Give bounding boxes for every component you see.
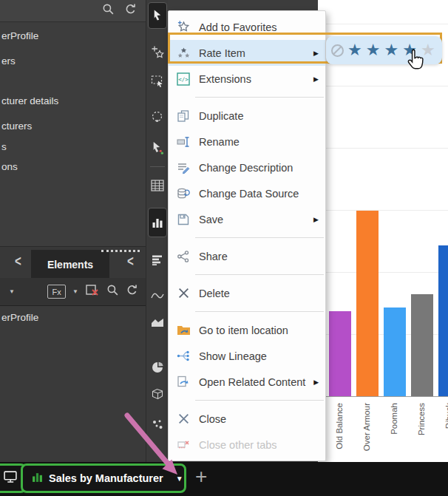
bar-princess [411,294,433,396]
menu-separator [195,311,324,312]
menu-separator [195,237,324,238]
menu-item-rename[interactable]: Rename [169,129,325,154]
lineage-icon [176,349,191,364]
menu-item-label: Duplicate [199,110,319,122]
elements-tab-label: Elements [47,259,93,271]
list-dropdown-icon[interactable]: ▼ [9,288,15,295]
rating-star-1[interactable]: ★ [347,43,362,58]
explorer-toolbar [0,0,146,22]
new-tab-button[interactable]: + [195,465,207,489]
scatter-chart-tool[interactable] [152,419,163,429]
cube-chart-tool[interactable] [151,388,163,401]
h-bar-chart-tool[interactable] [152,254,163,266]
x-axis-label: Old Balance [335,403,344,449]
menu-item-open-related-content[interactable]: Open Related Content▶ [169,369,325,395]
menu-item-add-to-favorites[interactable]: Add to Favorites [169,14,325,40]
explorer-item[interactable]: ons [1,161,18,172]
monitor-icon [4,471,18,486]
elements-list: erProfile [0,306,146,462]
refresh-icon[interactable] [126,284,138,299]
circle-slash-icon[interactable] [331,44,344,57]
menu-separator [195,400,324,401]
pointer-tool[interactable] [152,10,163,22]
table-tool[interactable] [151,180,164,191]
pie-chart-tool[interactable] [152,361,163,373]
gridline [318,148,448,149]
submenu-arrow-icon: ▶ [313,75,319,83]
bar-over-armour [356,211,379,396]
refresh-icon[interactable] [124,3,137,18]
area-chart-tool[interactable] [151,317,164,327]
tab-elements[interactable]: Elements [31,250,109,279]
tab-sales-by-manufacturer[interactable]: Sales by Manufacturer ▼ [21,463,186,493]
collapse-right-icon[interactable]: < [127,252,134,268]
bar-chart-icon [32,472,43,486]
explorer-item[interactable]: ers [1,55,16,67]
rate-stars-icon [176,46,191,61]
bar-old-balance [329,311,351,396]
menu-item-label: Delete [199,288,319,299]
close-x-icon [176,412,191,427]
rating-star-2[interactable]: ★ [366,43,381,58]
rating-star-3[interactable]: ★ [384,43,398,58]
search-icon[interactable] [106,284,119,299]
explorer-item[interactable]: s [1,141,7,152]
line-chart-tool[interactable] [151,291,164,301]
bar-poomah [384,308,406,396]
menu-item-label: Rate Item [199,47,305,59]
toolbox-strip [146,0,168,462]
menu-item-change-description[interactable]: Change Description [169,154,325,180]
elements-item[interactable]: erProfile [1,312,38,323]
explorer-item[interactable]: erProfile [1,30,38,41]
drag-handle-icon[interactable] [101,250,140,252]
menu-item-go-to-item-location[interactable]: Go to item location [169,317,325,343]
fx-icon[interactable]: Fx [47,285,66,299]
gridline [318,210,448,211]
menu-item-share[interactable]: Share [169,243,325,269]
smart-select-tool[interactable] [151,141,163,154]
clear-element-icon[interactable] [85,284,100,300]
menu-item-delete[interactable]: Delete [169,280,325,306]
collapse-left-icon[interactable]: < [15,252,21,268]
menu-item-label: Open Related Content [199,376,305,388]
menu-item-label: Share [199,251,319,262]
crosshair-annotate-tool[interactable] [151,45,164,58]
menu-separator [195,274,324,275]
close-tabs-icon [176,438,191,452]
menu-item-duplicate[interactable]: Duplicate [169,103,325,129]
menu-item-rate-item[interactable]: Rate Item▶ [169,40,325,66]
explorer-item[interactable]: cturer details [1,95,58,106]
chevron-down-icon[interactable]: ▼ [176,475,183,483]
marquee-select-tool[interactable] [151,75,164,88]
menu-item-save[interactable]: Save▶ [169,206,325,232]
explorer-item[interactable]: cturers [1,120,32,132]
menu-separator [195,97,324,98]
bar-ribuck [438,245,448,396]
menu-item-label: Go to item location [199,325,319,336]
x-axis-line [318,396,448,397]
folder-arrow-icon [176,323,191,338]
hand-cursor-icon [406,48,426,74]
menu-item-close-other-tabs: Close other tabs [169,432,325,458]
active-tab-label: Sales by Manufacturer [49,472,163,484]
menu-item-label: Add to Favorites [199,21,319,33]
x-axis-label: Princess [417,403,426,435]
lasso-select-tool[interactable] [151,111,163,123]
rename-icon [176,135,191,149]
submenu-arrow-icon: ▶ [313,216,319,223]
menu-item-label: Close [199,413,319,425]
menu-item-close[interactable]: Close [169,406,325,432]
app-window: Old BalanceOver ArmourPoomahPrincessRibu… [0,0,448,496]
menu-item-extensions[interactable]: </>Extensions▶ [169,66,325,92]
fx-dropdown-icon[interactable]: ▼ [72,288,78,295]
search-icon[interactable] [102,3,115,18]
share-icon [176,249,191,264]
menu-item-label: Rename [199,136,319,148]
submenu-arrow-icon: ▶ [313,378,319,386]
bar-chart-tool[interactable] [152,217,163,228]
datasource-icon [176,186,191,201]
menu-item-change-data-source[interactable]: Change Data Source [169,180,325,206]
menu-item-show-lineage[interactable]: Show Lineage [169,343,325,369]
menu-item-label: Show Lineage [199,350,319,362]
duplicate-icon [176,109,191,123]
